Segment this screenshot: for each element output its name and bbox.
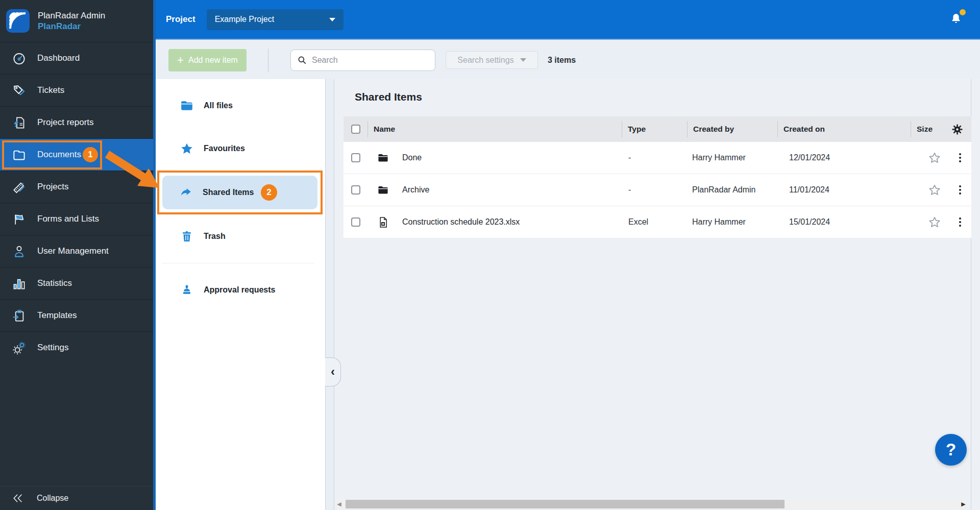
column-header-size[interactable]: Size xyxy=(911,116,971,142)
folder-nav-divider xyxy=(162,263,314,263)
add-new-item-label: Add new item xyxy=(188,56,238,65)
row-name[interactable]: Construction schedule 2023.xlsx xyxy=(402,217,520,227)
row-name[interactable]: Done xyxy=(402,153,422,162)
column-header-created-by[interactable]: Created by xyxy=(687,116,777,142)
row-created-on: 15/01/2024 xyxy=(777,217,911,227)
templates-clipboard-icon xyxy=(12,309,26,323)
app-subtitle: PlanRadar xyxy=(38,21,105,32)
add-new-item-button[interactable]: + Add new item xyxy=(168,49,247,71)
page-title: Shared Items xyxy=(355,91,422,103)
annotation-highlight-box: Shared Items 2 xyxy=(157,171,323,214)
folder-nav-favourites[interactable]: Favourites xyxy=(156,127,325,170)
stamp-icon xyxy=(180,283,193,297)
sidebar-item-label: Projects xyxy=(37,182,68,192)
scroll-left-arrow-icon[interactable]: ◀ xyxy=(335,500,344,508)
horizontal-scrollbar[interactable]: ◀ ▶ xyxy=(335,500,968,508)
sidebar-collapse-button[interactable]: Collapse xyxy=(0,486,153,510)
row-type: - xyxy=(622,153,687,162)
folder-nav-trash[interactable]: Trash xyxy=(156,215,325,258)
annotation-step-badge-1: 1 xyxy=(83,147,98,162)
column-header-type[interactable]: Type xyxy=(622,116,687,142)
trash-icon xyxy=(180,230,193,243)
row-created-by: PlanRadar Admin xyxy=(687,185,777,195)
chevron-left-icon: ‹ xyxy=(331,366,335,378)
project-topbar: Project Example Project xyxy=(156,0,980,40)
table-row[interactable]: Construction schedule 2023.xlsx Excel Ha… xyxy=(344,206,971,238)
statistics-bar-chart-icon xyxy=(12,277,26,290)
column-header-name[interactable]: Name xyxy=(368,116,622,142)
help-button[interactable]: ? xyxy=(935,434,967,466)
sidebar-item-label: Project reports xyxy=(37,117,94,128)
table-header-row: Name Type Created by Created on Size xyxy=(344,116,971,142)
sidebar-item-tickets[interactable]: Tickets xyxy=(0,74,153,106)
sidebar-item-settings[interactable]: Settings xyxy=(0,331,153,363)
search-input[interactable] xyxy=(312,56,429,65)
sidebar-item-dashboard[interactable]: Dashboard xyxy=(0,42,153,74)
row-checkbox[interactable] xyxy=(351,217,360,227)
row-type: - xyxy=(622,185,687,195)
table-row[interactable]: Archive - PlanRadar Admin 11/01/2024 xyxy=(344,174,971,206)
sidebar-item-documents[interactable]: Documents 1 xyxy=(0,138,153,171)
excel-file-icon xyxy=(377,216,389,228)
scrollbar-thumb[interactable] xyxy=(346,500,785,508)
chevron-down-icon xyxy=(520,58,526,62)
column-header-created-on[interactable]: Created on xyxy=(777,116,911,142)
folder-nav-label: Shared Items xyxy=(203,188,254,197)
notifications-button[interactable] xyxy=(949,12,964,27)
annotation-step-badge-2: 2 xyxy=(261,184,277,201)
project-reports-icon xyxy=(12,116,26,130)
collapse-label: Collapse xyxy=(37,494,68,503)
favourite-star-icon[interactable] xyxy=(928,151,941,164)
notification-dot xyxy=(960,9,966,15)
favourite-star-icon[interactable] xyxy=(928,183,941,197)
folder-nav-approval-requests[interactable]: Approval requests xyxy=(156,269,325,311)
row-checkbox[interactable] xyxy=(351,153,360,162)
scroll-right-arrow-icon[interactable]: ▶ xyxy=(959,500,968,508)
folder-nav-shared-items[interactable]: Shared Items 2 xyxy=(162,176,317,209)
main-sidebar: PlanRadar Admin PlanRadar Dashboard Tick… xyxy=(0,0,153,510)
sidebar-item-projects[interactable]: Projects xyxy=(0,171,153,203)
search-box[interactable] xyxy=(290,50,435,71)
star-icon xyxy=(180,142,193,155)
select-all-checkbox[interactable] xyxy=(351,125,360,134)
select-all-cell xyxy=(344,116,368,142)
sidebar-item-forms-and-lists[interactable]: Forms and Lists xyxy=(0,203,153,235)
sidebar-item-label: Tickets xyxy=(37,85,64,95)
row-created-by: Harry Hammer xyxy=(687,217,777,227)
tickets-icon xyxy=(12,84,26,98)
folder-nav-label: Approval requests xyxy=(204,285,275,295)
search-settings-button[interactable]: Search settings xyxy=(446,51,538,69)
column-settings-gear-icon[interactable] xyxy=(951,124,963,135)
sidebar-item-label: User Management xyxy=(37,246,109,256)
folder-nav-all-files[interactable]: All files xyxy=(156,84,325,127)
row-menu-kebab-icon[interactable] xyxy=(957,183,963,197)
panel-gutter xyxy=(325,79,334,510)
panel-collapse-handle[interactable]: ‹ xyxy=(325,357,341,386)
planradar-app-window: PlanRadar Admin PlanRadar Dashboard Tick… xyxy=(0,0,980,510)
shared-items-table: Name Type Created by Created on Size Don… xyxy=(344,116,971,238)
favourite-star-icon[interactable] xyxy=(928,215,941,229)
projects-icon xyxy=(12,180,26,194)
sidebar-item-templates[interactable]: Templates xyxy=(0,299,153,331)
row-name[interactable]: Archive xyxy=(402,185,429,195)
toolbar-divider xyxy=(268,48,268,72)
folder-icon xyxy=(180,99,193,112)
row-menu-kebab-icon[interactable] xyxy=(957,215,963,229)
items-count: 3 items xyxy=(548,56,576,65)
folder-icon xyxy=(377,152,389,164)
project-selector-value: Example Project xyxy=(215,15,275,24)
sidebar-item-statistics[interactable]: Statistics xyxy=(0,267,153,299)
row-menu-kebab-icon[interactable] xyxy=(957,151,963,164)
row-created-on: 11/01/2024 xyxy=(777,185,911,195)
sidebar-item-user-management[interactable]: User Management xyxy=(0,235,153,267)
chevron-down-icon xyxy=(329,18,335,21)
app-title: PlanRadar Admin xyxy=(38,10,105,21)
sidebar-item-project-reports[interactable]: Project reports xyxy=(0,106,153,138)
documents-folder-panel: All files Favourites Shared Items 2 Tras… xyxy=(156,79,325,510)
logo-block[interactable]: PlanRadar Admin PlanRadar xyxy=(0,0,153,42)
table-row[interactable]: Done - Harry Hammer 12/01/2024 xyxy=(344,142,971,174)
row-checkbox[interactable] xyxy=(351,185,360,195)
sidebar-item-label: Forms and Lists xyxy=(37,214,99,224)
project-selector-dropdown[interactable]: Example Project xyxy=(207,9,344,30)
dashboard-icon xyxy=(12,52,26,65)
